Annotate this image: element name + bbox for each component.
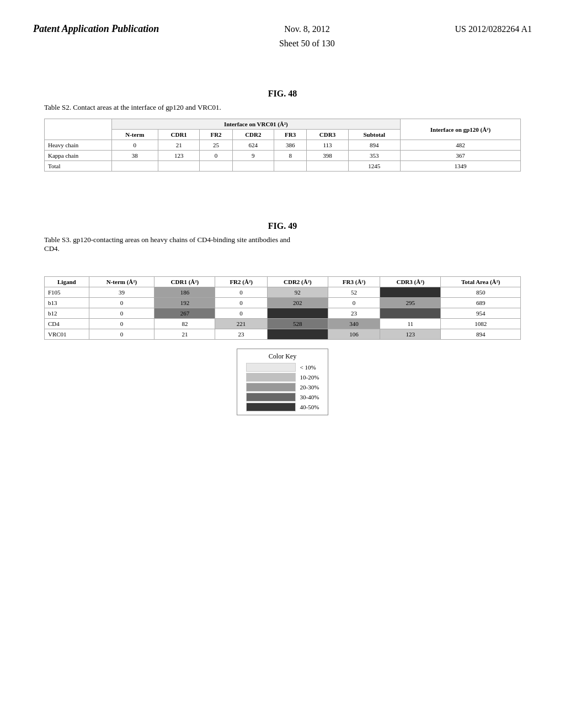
- fig48-table-wrapper: Interface on VRC01 (Å²) Interface on gp1…: [44, 119, 521, 172]
- fig48-section: FIG. 48 Table S2. Contact areas at the i…: [44, 89, 521, 172]
- fig48-row-total-4: [232, 161, 274, 172]
- fig49-row-b12-fr3: 23: [328, 308, 380, 319]
- fig48-col-nterm: N-term: [111, 130, 158, 140]
- fig49-col-cdr1: CDR1 (Å²): [154, 277, 215, 287]
- color-key-box-5: [246, 403, 296, 411]
- table-row: Heavy chain 0 21 25 624 386 113 894 482: [45, 140, 521, 151]
- fig49-row-cd4-cdr2: 528: [267, 319, 328, 329]
- fig49-row-cd4-label: CD4: [45, 319, 89, 329]
- fig48-row-total-2: [158, 161, 200, 172]
- fig49-table-wrapper: Ligand N-term (Å²) CDR1 (Å²) FR2 (Å²) CD…: [44, 276, 521, 340]
- fig48-row-kappa-fr2: 0: [200, 151, 232, 161]
- color-key-label-4: 30-40%: [296, 394, 319, 400]
- fig49-row-b13-total: 689: [441, 298, 521, 308]
- fig49-col-cdr2: CDR2 (Å²): [267, 277, 328, 287]
- fig48-row-heavy-cdr1: 21: [158, 140, 200, 151]
- fig49-row-b12-cdr1: 267: [154, 308, 215, 319]
- fig48-row-kappa-label: Kappa chain: [45, 151, 112, 161]
- publication-date: Nov. 8, 2012: [284, 24, 330, 34]
- page-content: FIG. 48 Table S2. Contact areas at the i…: [0, 61, 565, 443]
- fig49-row-f105-fr3: 52: [328, 287, 380, 298]
- color-key-label-3: 20-30%: [296, 384, 319, 390]
- fig48-group-header: Interface on VRC01 (Å²): [111, 119, 400, 130]
- fig48-row-heavy-cdr2: 624: [232, 140, 274, 151]
- color-key-box-4: [246, 393, 296, 402]
- header-center: Nov. 8, 2012 Sheet 50 of 130: [279, 22, 335, 50]
- fig48-col-fr2: FR2: [200, 130, 232, 140]
- fig48-last-col-header: Interface on gp120 (Å²): [400, 119, 520, 140]
- color-key-box-1: [246, 363, 296, 372]
- table-row: CD4 0 82 221 528 340 11 1082: [45, 319, 521, 329]
- fig49-col-fr2: FR2 (Å²): [215, 277, 267, 287]
- fig49-row-b12-nterm: 0: [89, 308, 154, 319]
- fig49-row-f105-label: F105: [45, 287, 89, 298]
- fig49-section: FIG. 49 Table S3. gp120-contacting areas…: [44, 221, 521, 415]
- fig48-header-empty: [45, 119, 112, 140]
- fig49-row-cd4-fr3: 340: [328, 319, 380, 329]
- fig49-caption-line2: CD4.: [44, 244, 60, 253]
- fig48-row-kappa-subtotal: 353: [348, 151, 400, 161]
- fig48-row-total-6: [307, 161, 349, 172]
- color-key-title: Color Key: [246, 352, 319, 361]
- fig48-row-heavy-cdr3: 113: [307, 140, 349, 151]
- color-key: Color Key < 10% 10-20% 20-30%: [44, 349, 521, 415]
- table-row: Total 1245 1349: [45, 161, 521, 172]
- page: Patent Application Publication Nov. 8, 2…: [0, 0, 565, 728]
- fig49-row-cd4-fr2: 221: [215, 319, 267, 329]
- fig48-row-total-gp120: 1349: [400, 161, 520, 172]
- fig49-row-f105-cdr2: 92: [267, 287, 328, 298]
- fig48-col-subtotal: Subtotal: [348, 130, 400, 140]
- fig49-row-vrc01-cdr2: [267, 329, 328, 340]
- table-row: b12 0 267 0 23 954: [45, 308, 521, 319]
- color-key-row-1: < 10%: [246, 363, 319, 372]
- fig48-row-kappa-nterm: 38: [111, 151, 158, 161]
- fig49-row-vrc01-label: VRC01: [45, 329, 89, 340]
- fig49-col-cdr3: CDR3 (Å²): [380, 277, 441, 287]
- fig49-row-f105-nterm: 39: [89, 287, 154, 298]
- color-key-row-5: 40-50%: [246, 403, 319, 411]
- fig48-row-kappa-cdr2: 9: [232, 151, 274, 161]
- color-key-row-2: 10-20%: [246, 373, 319, 382]
- fig49-row-b12-label: b12: [45, 308, 89, 319]
- fig49-caption-line1: Table S3. gp120-contacting areas on heav…: [44, 235, 290, 244]
- patent-number: US 2012/0282264 A1: [455, 22, 532, 36]
- color-key-label-1: < 10%: [296, 364, 316, 371]
- fig49-row-b13-nterm: 0: [89, 298, 154, 308]
- color-key-label-2: 10-20%: [296, 374, 319, 381]
- table-row: Kappa chain 38 123 0 9 8 398 353 367: [45, 151, 521, 161]
- fig49-row-vrc01-nterm: 0: [89, 329, 154, 340]
- fig49-caption: Table S3. gp120-contacting areas on heav…: [44, 235, 521, 253]
- fig48-row-heavy-subtotal: 894: [348, 140, 400, 151]
- fig48-row-kappa-cdr3: 398: [307, 151, 349, 161]
- fig49-row-cd4-cdr1: 82: [154, 319, 215, 329]
- color-key-box-2: [246, 373, 296, 382]
- fig48-row-total-1: [111, 161, 158, 172]
- sheet-info: Sheet 50 of 130: [279, 39, 335, 48]
- fig48-row-kappa-fr3: 8: [274, 151, 307, 161]
- fig49-row-vrc01-fr3: 106: [328, 329, 380, 340]
- fig49-row-cd4-total: 1082: [441, 319, 521, 329]
- fig49-col-fr3: FR3 (Å²): [328, 277, 380, 287]
- table-row: b13 0 192 0 202 0 295 689: [45, 298, 521, 308]
- fig48-row-kappa-cdr1: 123: [158, 151, 200, 161]
- fig48-row-total-3: [200, 161, 232, 172]
- fig49-col-ligand: Ligand: [45, 277, 89, 287]
- fig49-row-b12-fr2: 0: [215, 308, 267, 319]
- fig49-title: FIG. 49: [44, 221, 521, 231]
- fig49-row-b12-cdr3: [380, 308, 441, 319]
- fig48-row-total-5: [274, 161, 307, 172]
- publication-title: Patent Application Publication: [33, 22, 159, 36]
- fig48-row-heavy-fr2: 25: [200, 140, 232, 151]
- fig49-row-vrc01-total: 894: [441, 329, 521, 340]
- fig49-row-vrc01-cdr1: 21: [154, 329, 215, 340]
- fig48-row-heavy-fr3: 386: [274, 140, 307, 151]
- table-row: F105 39 186 0 92 52 850: [45, 287, 521, 298]
- fig49-row-b12-total: 954: [441, 308, 521, 319]
- fig48-title: FIG. 48: [44, 89, 521, 99]
- fig49-row-f105-cdr1: 186: [154, 287, 215, 298]
- fig48-col-cdr3: CDR3: [307, 130, 349, 140]
- fig48-col-fr3: FR3: [274, 130, 307, 140]
- color-key-box-3: [246, 383, 296, 392]
- fig49-table: Ligand N-term (Å²) CDR1 (Å²) FR2 (Å²) CD…: [44, 276, 521, 340]
- fig49-row-b13-cdr2: 202: [267, 298, 328, 308]
